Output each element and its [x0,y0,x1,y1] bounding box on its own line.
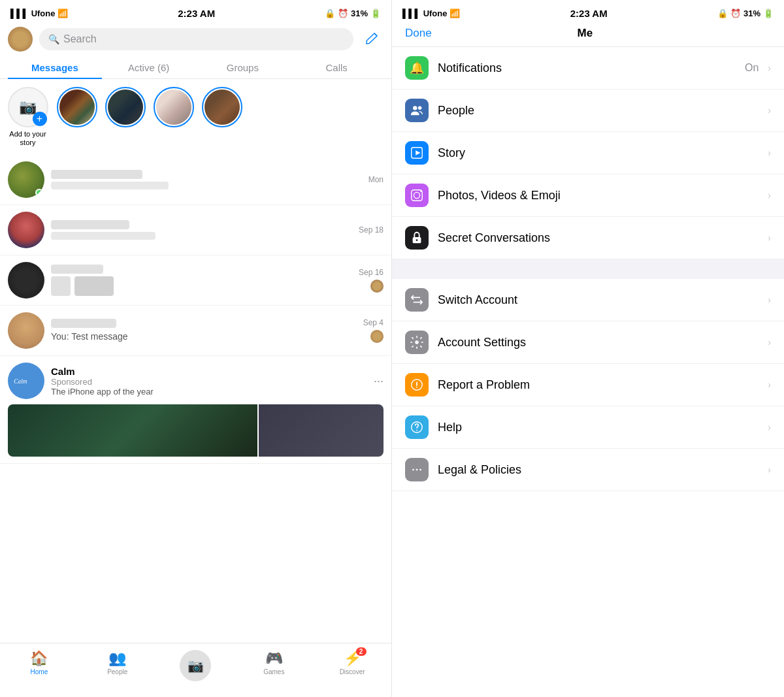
msg-avatar-1 [8,161,44,198]
menu-item-story[interactable]: Story › [392,132,784,174]
story-thumb-img-3 [156,89,191,125]
discover-badge: 2 [356,647,367,656]
nav-discover-label: Discover [340,668,365,675]
nav-people[interactable]: 👥 People [78,647,157,684]
story-item-1[interactable] [57,87,97,127]
story-item-2[interactable] [105,87,146,127]
nav-discover[interactable]: ⚡ 2 Discover [313,647,391,684]
menu-separator [392,259,784,279]
add-story-item[interactable]: 📷 + Add to your story [7,87,49,147]
msg-content-4: You: Test message [51,319,357,342]
photos-label: Photos, Videos & Emoji [438,189,759,203]
msg-name-1 [51,170,142,179]
menu-item-switch[interactable]: Switch Account › [392,279,784,321]
sender-avatar-4 [370,330,384,343]
menu-item-report[interactable]: Report a Problem › [392,364,784,406]
svg-point-14 [416,430,417,431]
help-chevron: › [768,422,771,432]
compose-button[interactable] [360,27,384,51]
sponsored-top: Calm Calm Sponsored The iPhone app of th… [8,363,384,399]
media-thumb-gray [259,404,384,457]
nav-camera[interactable]: 📷 [157,647,235,684]
nav-home[interactable]: 🏠 Home [0,647,78,684]
menu-item-photos[interactable]: Photos, Videos & Emoji › [392,174,784,217]
done-button[interactable]: Done [405,27,432,40]
msg-preview-1 [51,182,169,189]
msg-thumb-1 [51,276,71,296]
signal-icon-right: ▌▌▌ [402,8,421,18]
profile-avatar[interactable] [8,27,33,52]
tab-messages[interactable]: Messages [8,57,102,78]
menu-item-legal[interactable]: Legal & Policies › [392,449,784,491]
switch-chevron: › [768,295,771,305]
svg-marker-4 [416,150,420,155]
battery-icon-left: 🔋 [370,8,381,18]
right-header: Done Me [392,23,784,47]
tab-active[interactable]: Active (6) [102,57,196,78]
msg-avatar-3 [8,262,44,299]
add-story-avatar: 📷 + [8,87,48,127]
media-thumb-nature [8,404,257,457]
search-bar[interactable]: 🔍 Search [39,28,353,50]
svg-point-16 [416,469,418,471]
menu-item-help[interactable]: Help › [392,406,784,449]
story-menu-label: Story [438,146,759,160]
nav-home-label: Home [31,668,48,675]
camera-icon: 📷 [19,99,37,116]
messenger-header: 🔍 Search [0,23,391,57]
msg-time-2: Sep 18 [359,225,384,235]
status-bar-left: ▌▌▌ Ufone 📶 2:23 AM 🔒 ⏰ 31% 🔋 [0,0,391,23]
menu-item-settings[interactable]: Account Settings › [392,321,784,364]
people-icon: 👥 [108,650,126,667]
story-thumb-3 [154,87,194,127]
calm-avatar: Calm [8,363,44,399]
sponsored-tag: Sponsored [51,377,367,387]
svg-point-15 [412,469,414,471]
photos-icon-wrap [405,184,429,207]
discover-badge-wrap: ⚡ 2 [344,650,361,667]
msg-content-1 [51,170,362,189]
tab-groups[interactable]: Groups [196,57,290,78]
svg-point-5 [414,192,419,198]
story-thumb-4 [202,87,242,127]
sponsored-desc: The iPhone app of the year [51,387,367,397]
msg-time-3: Sep 16 [359,268,384,277]
lock-icon-right: 🔒 [717,8,728,18]
plus-icon: + [33,112,47,126]
message-item-2[interactable]: Sep 18 [0,205,391,255]
message-item-3[interactable]: Sep 16 [0,255,391,306]
left-panel: ▌▌▌ Ufone 📶 2:23 AM 🔒 ⏰ 31% 🔋 🔍 Search M… [0,0,392,697]
svg-point-2 [418,106,422,110]
menu-item-notifications[interactable]: 🔔 Notifications On › [392,47,784,89]
right-panel: ▌▌▌ Ufone 📶 2:23 AM 🔒 ⏰ 31% 🔋 Done Me 🔔 … [392,0,784,697]
story-thumb-img-1 [59,89,95,125]
camera-button[interactable]: 📷 [180,650,211,681]
story-item-4[interactable] [202,87,242,127]
people-icon-wrap [405,99,429,122]
sponsored-item[interactable]: Calm Calm Sponsored The iPhone app of th… [0,356,391,464]
settings-icon-wrap [405,331,429,354]
tab-calls[interactable]: Calls [289,57,384,78]
camera-icon-nav: 📷 [188,658,204,673]
battery-left: 31% [351,8,368,18]
menu-item-people[interactable]: People › [392,89,784,132]
wifi-icon-left: 📶 [57,8,68,18]
nav-games-label: Games [263,668,284,675]
message-item-4[interactable]: You: Test message Sep 4 [0,306,391,356]
more-options-button[interactable]: ··· [374,374,384,388]
msg-meta-1: Mon [368,175,384,184]
report-chevron: › [768,380,771,390]
sponsored-media-preview [8,404,384,457]
msg-avatar-4 [8,312,44,349]
alarm-icon-left: ⏰ [338,8,348,18]
svg-point-17 [419,469,421,471]
secret-icon-wrap [405,226,429,250]
menu-item-secret[interactable]: Secret Conversations › [392,217,784,259]
message-item-1[interactable]: Mon [0,155,391,205]
time-left: 2:23 AM [178,8,215,19]
battery-icon-right: 🔋 [763,8,774,18]
msg-name-3 [51,265,103,274]
help-icon-wrap [405,415,429,439]
nav-games[interactable]: 🎮 Games [235,647,313,684]
story-item-3[interactable] [154,87,194,127]
